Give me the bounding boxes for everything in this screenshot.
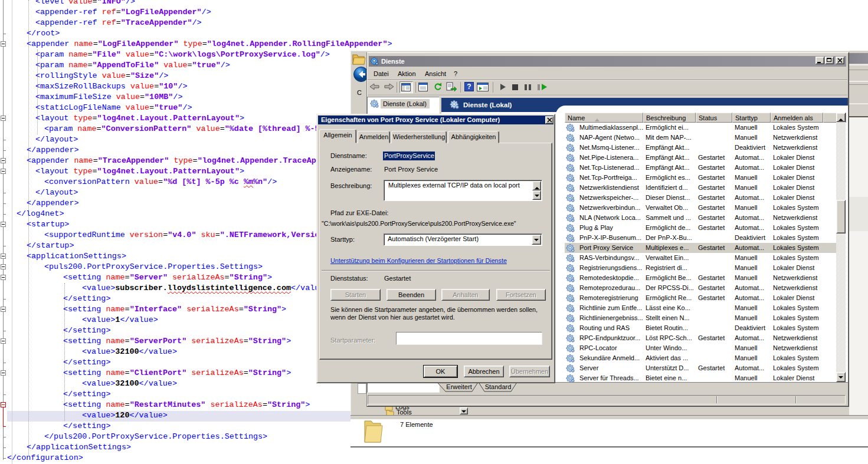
svg-text:Erweitert: Erweitert	[446, 383, 471, 390]
svg-text:Standard: Standard	[485, 383, 512, 390]
